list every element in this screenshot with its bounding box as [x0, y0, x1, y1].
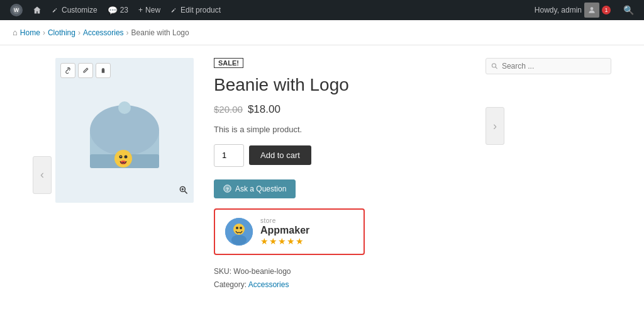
product-price: $20.00 $18.00	[214, 103, 486, 116]
image-action-icons	[60, 63, 111, 78]
howdy-text: Howdy, admin	[535, 6, 582, 14]
new-icon: +	[138, 6, 143, 14]
product-title: Beanie with Logo	[214, 74, 486, 96]
right-arrow-icon: ›	[493, 120, 497, 133]
product-description: This is a simple product.	[214, 125, 486, 134]
breadcrumb-current: Beanie with Logo	[131, 28, 189, 37]
svg-point-2	[591, 7, 594, 10]
customize-icon	[52, 6, 59, 14]
page-wrapper: ⌂ Home › Clothing › Accessories › Beanie…	[0, 20, 644, 335]
home-icon: ⌂	[13, 28, 18, 37]
store-avatar-image	[225, 218, 253, 246]
svg-point-22	[233, 224, 245, 235]
search-adminbar-item[interactable]: 🔍	[618, 0, 639, 20]
left-nav-area: ‹	[33, 58, 55, 292]
breadcrumb-sep1: ›	[43, 28, 45, 37]
avatar	[584, 3, 599, 18]
wp-logo: W	[10, 4, 23, 16]
product-image-container	[55, 58, 194, 203]
search-input[interactable]	[502, 62, 606, 71]
search-adminbar-icon: 🔍	[623, 5, 634, 15]
ask-question-button[interactable]: ? Ask a Question	[214, 179, 296, 198]
breadcrumb: ⌂ Home › Clothing › Accessories › Beanie…	[0, 20, 644, 45]
admin-bar: W Customize 💬 23 + New Edit product Howd…	[0, 0, 644, 20]
question-icon: ?	[223, 185, 231, 193]
category-label: Category:	[214, 280, 247, 289]
sku-value: Woo-beanie-logo	[233, 267, 291, 276]
svg-line-16	[185, 191, 187, 194]
edit-icon	[170, 6, 178, 14]
svg-point-10	[114, 150, 132, 168]
svg-point-25	[231, 235, 247, 245]
product-meta: SKU: Woo-beanie-logo Category: Accessori…	[214, 265, 486, 292]
new-item[interactable]: + New	[133, 0, 165, 20]
original-price: $20.00	[214, 104, 243, 115]
home-icon	[33, 6, 42, 14]
new-label: New	[145, 6, 160, 14]
search-icon	[491, 62, 498, 70]
svg-point-9	[118, 101, 131, 114]
notification-badge: 1	[602, 6, 611, 14]
store-label: store	[260, 217, 309, 224]
comments-count: 23	[120, 6, 128, 14]
comment-icon: 💬	[108, 6, 118, 15]
edit-label: Edit product	[180, 6, 221, 14]
adminbar-right: Howdy, admin 1 🔍	[530, 0, 639, 20]
quantity-input[interactable]	[214, 144, 244, 167]
add-to-cart-row: Add to cart	[214, 144, 486, 167]
store-card[interactable]: store Appmaker ★★★★★	[214, 208, 365, 255]
sale-price: $18.00	[248, 103, 280, 116]
customize-label: Customize	[62, 6, 97, 14]
right-nav-area: ›	[486, 107, 504, 145]
search-box	[486, 58, 611, 74]
edit-image-button[interactable]	[78, 63, 93, 78]
customize-item[interactable]: Customize	[47, 0, 103, 20]
store-avatar	[225, 218, 253, 246]
breadcrumb-accessories[interactable]: Accessories	[83, 28, 124, 37]
left-arrow-icon: ‹	[40, 168, 44, 181]
zoom-icon[interactable]	[179, 185, 189, 198]
edit-product-item[interactable]: Edit product	[165, 0, 226, 20]
svg-line-27	[496, 67, 497, 69]
next-product-button[interactable]: ›	[486, 107, 504, 145]
svg-point-23	[236, 227, 238, 229]
delete-image-button[interactable]	[96, 63, 111, 78]
store-stars: ★★★★★	[260, 236, 309, 246]
store-info: store Appmaker ★★★★★	[260, 217, 309, 246]
svg-point-24	[240, 227, 242, 229]
sale-badge: SALE!	[214, 58, 243, 68]
breadcrumb-clothing[interactable]: Clothing	[48, 28, 75, 37]
svg-text:W: W	[14, 7, 19, 13]
product-details-column: SALE! Beanie with Logo $20.00 $18.00 Thi…	[214, 58, 486, 292]
howdy-item[interactable]: Howdy, admin 1	[530, 0, 616, 20]
breadcrumb-home[interactable]: Home	[20, 28, 40, 37]
breadcrumb-sep2: ›	[78, 28, 80, 37]
add-to-cart-button[interactable]: Add to cart	[249, 145, 311, 165]
store-name: Appmaker	[260, 224, 309, 236]
svg-point-12	[125, 156, 128, 159]
product-image	[80, 80, 169, 181]
svg-text:?: ?	[226, 186, 229, 192]
right-area: ›	[486, 58, 611, 292]
link-image-button[interactable]	[60, 63, 75, 78]
svg-point-26	[492, 64, 496, 67]
product-image-column	[55, 58, 194, 292]
ask-question-label: Ask a Question	[235, 185, 286, 193]
product-layout: ‹	[20, 45, 624, 305]
wp-logo-item[interactable]: W	[5, 0, 28, 20]
prev-product-button[interactable]: ‹	[33, 156, 52, 194]
comments-item[interactable]: 💬 23	[103, 0, 133, 20]
category-link[interactable]: Accessories	[248, 280, 289, 289]
site-name-item[interactable]	[28, 0, 47, 20]
breadcrumb-sep3: ›	[126, 28, 129, 37]
sku-label: SKU:	[214, 267, 231, 276]
